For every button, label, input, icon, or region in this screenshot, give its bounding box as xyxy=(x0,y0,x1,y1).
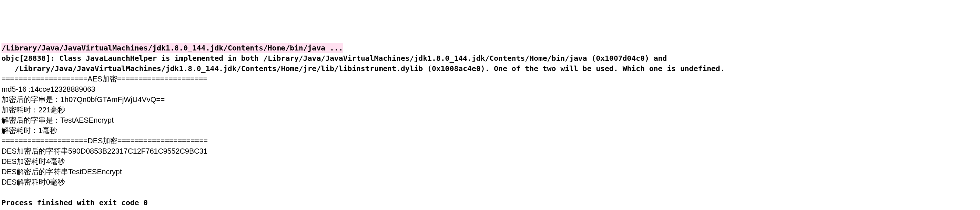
objc-warning-line-1: objc[28838]: Class JavaLaunchHelper is i… xyxy=(2,54,667,63)
aes-decrypt-time: 解密耗时：1毫秒 xyxy=(2,126,57,134)
console-output: /Library/Java/JavaVirtualMachines/jdk1.8… xyxy=(2,43,978,208)
aes-encrypt-time: 加密耗时：221毫秒 xyxy=(2,106,65,114)
des-encrypted-string: DES加密后的字符串590D0853B22317C12F761C9552C9BC… xyxy=(2,147,207,155)
aes-decrypted-string: 解密后的字串是：TestAESEncrypt xyxy=(2,116,114,124)
objc-warning-line-2: /Library/Java/JavaVirtualMachines/jdk1.8… xyxy=(2,64,725,73)
process-exit-line: Process finished with exit code 0 xyxy=(2,198,148,207)
md5-output-line: md5-16 :14cce12328889063 xyxy=(2,85,95,93)
des-encrypt-time: DES加密耗时4毫秒 xyxy=(2,158,65,165)
des-decrypted-string: DES解密后的字符串TestDESEncrypt xyxy=(2,168,122,176)
java-command-line: /Library/Java/JavaVirtualMachines/jdk1.8… xyxy=(2,43,343,53)
des-section-header: ====================DES加密===============… xyxy=(2,137,208,145)
aes-section-header: ====================AES加密===============… xyxy=(2,75,207,83)
des-decrypt-time: DES解密耗时0毫秒 xyxy=(2,178,65,186)
aes-encrypted-string: 加密后的字串是：1h07Qn0bfGTAmFjWjU4VvQ== xyxy=(2,95,165,103)
